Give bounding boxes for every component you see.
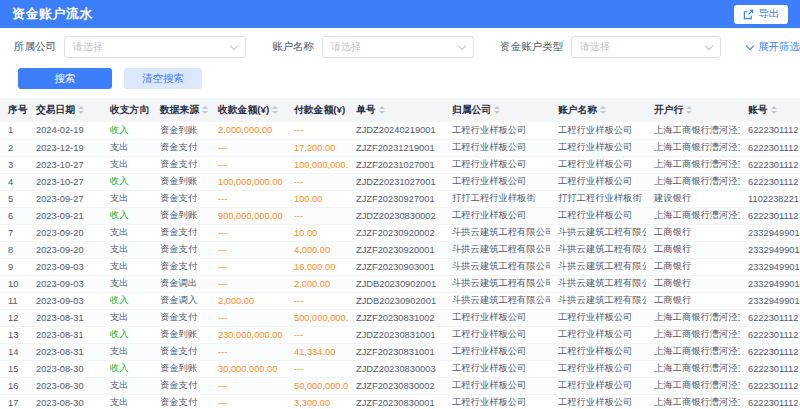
cell-in: 900,000,000.00 — [210, 207, 286, 224]
cell-company: 斗拱云建筑工程有限公司 — [444, 275, 550, 292]
table-row: 122023-08-31支出资金支付---500,000,000.00ZJZF2… — [0, 309, 800, 326]
cell-bank: 工商银行 — [646, 241, 740, 258]
cell-company: 工程行业样板公司 — [444, 360, 550, 377]
cell-company: 斗拱云建筑工程有限公司 — [444, 241, 550, 258]
column-header-date[interactable]: 交易日期 — [28, 98, 102, 122]
cell-number: 6222301112 — [740, 207, 800, 224]
cell-account: 斗拱云建筑工程有限公司 — [550, 241, 646, 258]
cell-source: 资金到账 — [152, 122, 210, 139]
sort-icon[interactable] — [600, 106, 606, 114]
cell-in: --- — [210, 224, 286, 241]
cell-source: 资金支付 — [152, 241, 210, 258]
cell-order: ZJZF20230831001 — [348, 343, 444, 360]
cell-direction: 支出 — [102, 241, 152, 258]
expand-filters-link[interactable]: 展开筛选 — [747, 40, 800, 54]
cell-in: 30,000,000.00 — [210, 360, 286, 377]
cell-number: 1102238221 — [740, 190, 800, 207]
cell-order: ZJZF20230830001 — [348, 394, 444, 409]
cell-number: 6222301112 — [740, 360, 800, 377]
filter-account-type-label: 资金账户类型 — [500, 40, 563, 54]
cell-account: 斗拱云建筑工程有限公司 — [550, 275, 646, 292]
cell-out: 16,000.00 — [286, 258, 348, 275]
cell-date: 2023-09-03 — [28, 258, 102, 275]
chevron-down-icon — [458, 41, 466, 49]
cell-in: --- — [210, 377, 286, 394]
account-type-select[interactable]: 请选择 — [571, 36, 721, 58]
cell-direction: 支出 — [102, 139, 152, 156]
cell-order: ZJZF20230920001 — [348, 241, 444, 258]
cell-number: 6222301112 — [740, 122, 800, 139]
cell-number: 2332949901 — [740, 292, 800, 309]
column-header-in[interactable]: 收款金额(¥) — [210, 98, 286, 122]
table-row: 72023-09-20支出资金支付---10.00ZJZF20230920002… — [0, 224, 800, 241]
cell-account: 工程行业样板公司 — [550, 139, 646, 156]
table-row: 12024-02-19收入资金到账2,000,000.00---ZJDZ2024… — [0, 122, 800, 139]
cell-company: 工程行业样板公司 — [444, 156, 550, 173]
clear-search-button[interactable]: 清空搜索 — [124, 68, 202, 89]
cell-company: 工程行业样板公司 — [444, 343, 550, 360]
sort-icon[interactable] — [494, 106, 500, 114]
cell-bank: 上海工商银行漕河泾支行 — [646, 343, 740, 360]
table-header-row: 序号交易日期收支方向数据来源收款金额(¥)付款金额(¥)单号归属公司账户名称开户… — [0, 98, 800, 122]
account-type-select-placeholder: 请选择 — [580, 40, 610, 54]
cell-account: 斗拱云建筑工程有限公司 — [550, 258, 646, 275]
cell-company: 打打工程行业样板街 — [444, 190, 550, 207]
column-header-number[interactable]: 账号 — [740, 98, 800, 122]
cell-direction: 收入 — [102, 326, 152, 343]
cell-out: 10.00 — [286, 224, 348, 241]
sort-icon[interactable] — [686, 106, 692, 114]
export-button[interactable]: 导出 — [734, 5, 788, 24]
cell-account: 斗拱云建筑工程有限公司 — [550, 224, 646, 241]
cell-direction: 收入 — [102, 173, 152, 190]
filter-company: 所属公司 请选择 — [14, 36, 246, 58]
company-select[interactable]: 请选择 — [64, 36, 246, 58]
column-label: 单号 — [356, 104, 376, 115]
cell-bank: 工商银行 — [646, 275, 740, 292]
account-name-select[interactable]: 请选择 — [322, 36, 474, 58]
filter-account-name: 账户名称 请选择 — [272, 36, 474, 58]
column-header-out[interactable]: 付款金额(¥) — [286, 98, 348, 122]
cell-account: 工程行业样板公司 — [550, 207, 646, 224]
table-row: 82023-09-20支出资金支付---4,000.00ZJZF20230920… — [0, 241, 800, 258]
sort-icon[interactable] — [78, 106, 84, 114]
table-row: 42023-10-27收入资金到账100,000,000.00---ZJDZ20… — [0, 173, 800, 190]
cell-in: 2,000,000.00 — [210, 122, 286, 139]
cell-date: 2023-08-30 — [28, 377, 102, 394]
column-label: 账户名称 — [558, 104, 597, 115]
sort-icon[interactable] — [272, 106, 278, 114]
table-row: 132023-08-31收入资金到账230,000,000.00---ZJDZ2… — [0, 326, 800, 343]
column-header-company[interactable]: 归属公司 — [444, 98, 550, 122]
cell-in: --- — [210, 309, 286, 326]
sort-icon[interactable] — [202, 106, 208, 114]
search-button[interactable]: 搜索 — [18, 68, 112, 89]
cell-direction: 收入 — [102, 360, 152, 377]
chevron-down-icon — [705, 41, 713, 49]
cell-bank: 上海工商银行漕河泾支行 — [646, 377, 740, 394]
column-header-direction[interactable]: 收支方向 — [102, 98, 152, 122]
cell-order: ZJZF20230830002 — [348, 377, 444, 394]
export-icon — [743, 9, 754, 20]
cell-account: 工程行业样板公司 — [550, 156, 646, 173]
chevron-down-icon — [746, 41, 754, 49]
cell-account: 工程行业样板公司 — [550, 343, 646, 360]
column-header-source[interactable]: 数据来源 — [152, 98, 210, 122]
cell-source: 资金调入 — [152, 292, 210, 309]
cell-account: 工程行业样板公司 — [550, 326, 646, 343]
column-header-order[interactable]: 单号 — [348, 98, 444, 122]
cell-number: 6222301112 — [740, 377, 800, 394]
sort-icon[interactable] — [771, 106, 777, 114]
page-header: 资金账户流水 导出 — [0, 0, 800, 28]
cell-number: 6222301112 — [740, 173, 800, 190]
column-header-bank[interactable]: 开户行 — [646, 98, 740, 122]
column-header-account[interactable]: 账户名称 — [550, 98, 646, 122]
cell-source: 资金支付 — [152, 224, 210, 241]
sort-icon[interactable] — [379, 106, 385, 114]
cell-date: 2023-08-31 — [28, 343, 102, 360]
table-row: 112023-09-03收入资金调入2,000.00---ZJDB2023090… — [0, 292, 800, 309]
cell-company: 工程行业样板公司 — [444, 122, 550, 139]
cell-bank: 上海工商银行漕河泾支行 — [646, 207, 740, 224]
cell-number: 6222301112 — [740, 394, 800, 409]
cell-out: --- — [286, 326, 348, 343]
cell-order: ZJDZ20230830002 — [348, 207, 444, 224]
cell-direction: 收入 — [102, 292, 152, 309]
